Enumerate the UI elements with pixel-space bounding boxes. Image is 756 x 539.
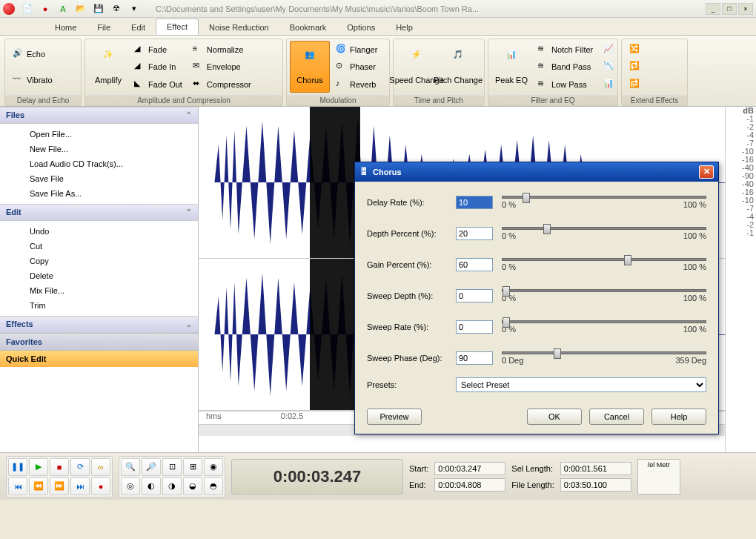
ext3-button[interactable]: 🔂 <box>625 77 646 92</box>
phaser-button[interactable]: ⊙Phaser <box>331 59 382 74</box>
selection-region[interactable] <box>310 107 360 258</box>
loop-button[interactable]: ∞ <box>91 458 110 476</box>
amplify-button[interactable]: ✨Amplify <box>88 41 128 93</box>
quick-edit-section[interactable]: Quick Edit <box>0 350 198 367</box>
slider-thumb[interactable] <box>503 317 510 328</box>
edit-item[interactable]: Cut <box>0 239 198 254</box>
qat-dropdown-icon[interactable]: ▾ <box>127 2 141 16</box>
zoom-10-button[interactable]: ◓ <box>204 477 223 495</box>
zoom-sel-button[interactable]: ⊡ <box>162 458 182 476</box>
sel-field[interactable] <box>560 462 631 475</box>
zoom-5-button[interactable]: ◉ <box>204 458 223 476</box>
files-header[interactable]: Files⌃ <box>0 107 198 124</box>
slider-thumb[interactable] <box>624 255 631 265</box>
dialog-titlebar[interactable]: 🎛 Chorus ✕ <box>355 162 718 182</box>
fadein-button[interactable]: ◢Fade In <box>130 59 187 74</box>
tab-noise-reduction[interactable]: Noise Reduction <box>199 20 279 35</box>
param-slider[interactable] <box>502 351 706 354</box>
files-item[interactable]: Save File As... <box>0 186 198 201</box>
rewind-button[interactable]: ⏪ <box>29 477 48 495</box>
tab-effect[interactable]: Effect <box>156 19 199 35</box>
maximize-button[interactable]: □ <box>722 3 737 15</box>
record-icon[interactable]: ● <box>39 2 52 16</box>
fadeout-button[interactable]: ◣Fade Out <box>130 77 187 92</box>
pause-button[interactable]: ❚❚ <box>8 458 27 476</box>
forward-button[interactable]: ⏩ <box>50 477 69 495</box>
ext1-button[interactable]: 🔀 <box>625 42 646 57</box>
text-icon[interactable]: A <box>56 2 70 16</box>
save-icon[interactable]: 💾 <box>92 2 105 16</box>
param-input[interactable] <box>456 258 493 271</box>
file-field[interactable] <box>560 478 631 492</box>
normalize-button[interactable]: ≡Normalize <box>188 42 256 57</box>
param-slider[interactable] <box>502 320 706 323</box>
presets-select[interactable]: Select Preset <box>456 377 706 392</box>
zoom-6-button[interactable]: ◎ <box>121 477 140 495</box>
param-slider[interactable] <box>502 289 706 292</box>
new-icon[interactable]: 📄 <box>21 2 34 16</box>
param-input[interactable] <box>456 320 493 334</box>
eq-extra1-button[interactable]: 📈 <box>599 42 620 57</box>
notch-filter-button[interactable]: ≋Notch Filter <box>533 42 597 57</box>
peak-eq-button[interactable]: 📊Peak EQ <box>491 41 531 93</box>
open-icon[interactable]: 📂 <box>74 2 87 16</box>
play-loop-button[interactable]: ⟳ <box>70 458 90 476</box>
param-input[interactable] <box>456 351 493 365</box>
selection-region[interactable] <box>310 259 360 410</box>
eq-extra2-button[interactable]: 📉 <box>599 59 620 74</box>
band-pass-button[interactable]: ≋Band Pass <box>533 59 597 74</box>
slider-thumb[interactable] <box>543 224 551 234</box>
files-item[interactable]: Load Audio CD Track(s)... <box>0 156 198 171</box>
tab-options[interactable]: Options <box>336 20 385 35</box>
help-button[interactable]: Help <box>651 409 706 425</box>
favorites-section[interactable]: Favorites <box>0 333 198 350</box>
chorus-button[interactable]: 👥Chorus <box>290 41 330 93</box>
fade-button[interactable]: ◢Fade <box>130 42 187 57</box>
low-pass-button[interactable]: ≋Low Pass <box>533 77 597 92</box>
param-slider[interactable] <box>502 196 706 199</box>
eq-extra3-button[interactable]: 📊 <box>599 77 620 92</box>
tab-edit[interactable]: Edit <box>121 20 156 35</box>
files-item[interactable]: Save File <box>0 171 198 186</box>
zoom-9-button[interactable]: ◒ <box>183 477 202 495</box>
zoom-out-button[interactable]: 🔎 <box>142 458 161 476</box>
zoom-8-button[interactable]: ◑ <box>162 477 182 495</box>
skip-start-button[interactable]: ⏮ <box>8 477 27 495</box>
burn-icon[interactable]: ☢ <box>110 2 123 16</box>
vibrato-button[interactable]: 〰Vibrato <box>8 73 57 87</box>
record-button[interactable]: ● <box>91 477 110 495</box>
param-input[interactable] <box>456 289 493 302</box>
edit-item[interactable]: Mix File... <box>0 283 198 298</box>
ok-button[interactable]: OK <box>527 409 582 425</box>
flanger-button[interactable]: 🌀Flanger <box>331 42 382 57</box>
slider-thumb[interactable] <box>554 348 561 359</box>
zoom-fit-button[interactable]: ⊞ <box>183 458 202 476</box>
echo-button[interactable]: 🔊Echo <box>8 47 57 62</box>
stop-button[interactable]: ■ <box>50 458 69 476</box>
slider-thumb[interactable] <box>503 286 510 297</box>
pitch-change-button[interactable]: 🎵Pitch Change <box>438 41 478 93</box>
slider-thumb[interactable] <box>523 193 530 203</box>
skip-end-button[interactable]: ⏭ <box>70 477 90 495</box>
tab-bookmark[interactable]: Bookmark <box>279 20 337 35</box>
tab-file[interactable]: File <box>87 20 121 35</box>
edit-item[interactable]: Copy <box>0 254 198 268</box>
minimize-button[interactable]: _ <box>706 3 720 15</box>
envelope-button[interactable]: ✉Envelope <box>188 59 256 74</box>
cancel-button[interactable]: Cancel <box>589 409 644 425</box>
param-input[interactable] <box>456 196 493 209</box>
tab-help[interactable]: Help <box>385 20 423 35</box>
files-item[interactable]: Open File... <box>0 127 198 142</box>
reverb-button[interactable]: ♪Reverb <box>331 77 382 92</box>
preview-button[interactable]: Preview <box>367 409 422 425</box>
play-button[interactable]: ▶ <box>29 458 48 476</box>
ext2-button[interactable]: 🔁 <box>625 59 646 74</box>
close-button[interactable]: × <box>738 3 753 15</box>
edit-item[interactable]: Delete <box>0 268 198 283</box>
speed-change-button[interactable]: ⚡Speed Change <box>397 41 437 93</box>
tab-home[interactable]: Home <box>44 20 87 35</box>
edit-item[interactable]: Trim <box>0 298 198 313</box>
edit-header[interactable]: Edit⌃ <box>0 204 198 221</box>
edit-item[interactable]: Undo <box>0 224 198 239</box>
param-slider[interactable] <box>502 258 706 261</box>
